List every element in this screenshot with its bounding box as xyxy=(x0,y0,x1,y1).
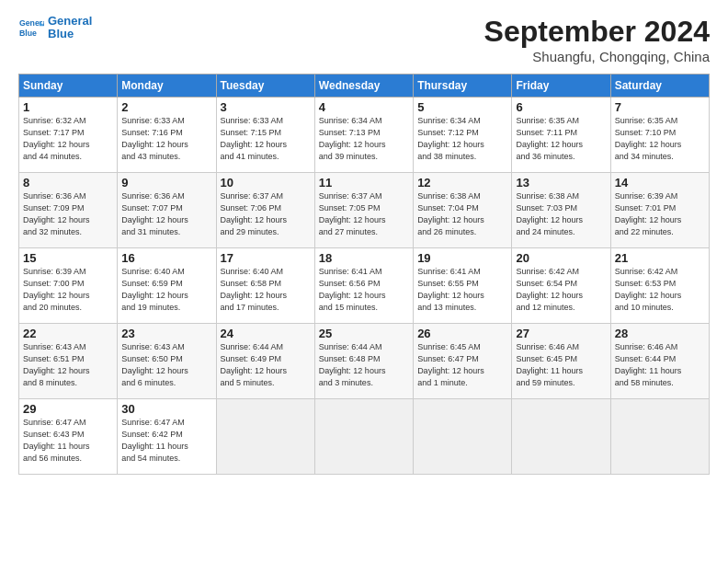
day-number: 30 xyxy=(121,402,211,416)
day-number: 8 xyxy=(23,176,113,190)
col-header-thursday: Thursday xyxy=(414,75,512,98)
day-number: 25 xyxy=(319,327,409,340)
day-number: 12 xyxy=(417,176,507,190)
day-info: Sunrise: 6:40 AM Sunset: 6:59 PM Dayligh… xyxy=(121,266,211,314)
day-info: Sunrise: 6:46 AM Sunset: 6:45 PM Dayligh… xyxy=(516,341,606,389)
calendar-cell: 5Sunrise: 6:34 AM Sunset: 7:12 PM Daylig… xyxy=(414,98,512,173)
header-row: SundayMondayTuesdayWednesdayThursdayFrid… xyxy=(19,75,710,98)
calendar-cell xyxy=(610,399,709,475)
day-info: Sunrise: 6:35 AM Sunset: 7:11 PM Dayligh… xyxy=(516,115,606,163)
day-info: Sunrise: 6:36 AM Sunset: 7:09 PM Dayligh… xyxy=(23,190,113,238)
day-info: Sunrise: 6:34 AM Sunset: 7:13 PM Dayligh… xyxy=(319,115,409,163)
day-number: 6 xyxy=(516,100,606,114)
header: General Blue General Blue September 2024… xyxy=(18,15,710,64)
day-number: 26 xyxy=(417,327,507,340)
week-row-1: 8Sunrise: 6:36 AM Sunset: 7:09 PM Daylig… xyxy=(19,173,710,248)
day-number: 5 xyxy=(417,100,507,114)
calendar-cell: 16Sunrise: 6:40 AM Sunset: 6:59 PM Dayli… xyxy=(118,248,216,324)
title-block: September 2024 Shuangfu, Chongqing, Chin… xyxy=(484,15,710,64)
location-subtitle: Shuangfu, Chongqing, China xyxy=(484,49,710,64)
month-title: September 2024 xyxy=(484,15,710,49)
day-number: 4 xyxy=(319,100,409,114)
day-number: 18 xyxy=(319,251,409,265)
calendar-cell: 25Sunrise: 6:44 AM Sunset: 6:48 PM Dayli… xyxy=(314,324,413,399)
day-number: 1 xyxy=(23,100,113,114)
col-header-saturday: Saturday xyxy=(610,75,709,98)
calendar-cell: 13Sunrise: 6:38 AM Sunset: 7:03 PM Dayli… xyxy=(512,173,610,248)
day-info: Sunrise: 6:42 AM Sunset: 6:54 PM Dayligh… xyxy=(516,266,606,314)
day-info: Sunrise: 6:43 AM Sunset: 6:50 PM Dayligh… xyxy=(121,341,211,389)
calendar-cell: 11Sunrise: 6:37 AM Sunset: 7:05 PM Dayli… xyxy=(314,173,413,248)
calendar-cell: 7Sunrise: 6:35 AM Sunset: 7:10 PM Daylig… xyxy=(610,98,709,173)
day-number: 11 xyxy=(319,176,409,190)
day-info: Sunrise: 6:32 AM Sunset: 7:17 PM Dayligh… xyxy=(23,115,113,163)
day-info: Sunrise: 6:35 AM Sunset: 7:10 PM Dayligh… xyxy=(615,115,705,163)
day-info: Sunrise: 6:37 AM Sunset: 7:06 PM Dayligh… xyxy=(221,190,311,238)
calendar-cell: 12Sunrise: 6:38 AM Sunset: 7:04 PM Dayli… xyxy=(414,173,512,248)
day-number: 10 xyxy=(221,176,311,190)
calendar-cell: 9Sunrise: 6:36 AM Sunset: 7:07 PM Daylig… xyxy=(118,173,216,248)
day-number: 14 xyxy=(615,176,705,190)
calendar-cell: 27Sunrise: 6:46 AM Sunset: 6:45 PM Dayli… xyxy=(512,324,610,399)
day-number: 21 xyxy=(615,251,705,265)
calendar-cell: 28Sunrise: 6:46 AM Sunset: 6:44 PM Dayli… xyxy=(610,324,709,399)
day-info: Sunrise: 6:39 AM Sunset: 7:00 PM Dayligh… xyxy=(23,266,113,314)
day-info: Sunrise: 6:33 AM Sunset: 7:16 PM Dayligh… xyxy=(121,115,211,163)
calendar-cell: 30Sunrise: 6:47 AM Sunset: 6:42 PM Dayli… xyxy=(118,399,216,475)
calendar-cell: 29Sunrise: 6:47 AM Sunset: 6:43 PM Dayli… xyxy=(19,399,118,475)
calendar-cell: 6Sunrise: 6:35 AM Sunset: 7:11 PM Daylig… xyxy=(512,98,610,173)
calendar-cell: 23Sunrise: 6:43 AM Sunset: 6:50 PM Dayli… xyxy=(118,324,216,399)
calendar-cell: 26Sunrise: 6:45 AM Sunset: 6:47 PM Dayli… xyxy=(414,324,512,399)
week-row-0: 1Sunrise: 6:32 AM Sunset: 7:17 PM Daylig… xyxy=(19,98,710,173)
calendar-cell: 24Sunrise: 6:44 AM Sunset: 6:49 PM Dayli… xyxy=(216,324,314,399)
day-number: 22 xyxy=(23,327,113,340)
col-header-monday: Monday xyxy=(118,75,216,98)
day-number: 16 xyxy=(121,251,211,265)
day-info: Sunrise: 6:47 AM Sunset: 6:42 PM Dayligh… xyxy=(121,417,211,465)
day-info: Sunrise: 6:33 AM Sunset: 7:15 PM Dayligh… xyxy=(221,115,311,163)
calendar-cell: 17Sunrise: 6:40 AM Sunset: 6:58 PM Dayli… xyxy=(216,248,314,324)
calendar-cell: 15Sunrise: 6:39 AM Sunset: 7:00 PM Dayli… xyxy=(19,248,118,324)
week-row-3: 22Sunrise: 6:43 AM Sunset: 6:51 PM Dayli… xyxy=(19,324,710,399)
day-number: 9 xyxy=(121,176,211,190)
col-header-sunday: Sunday xyxy=(19,75,118,98)
day-number: 29 xyxy=(23,402,113,416)
logo-text-blue: Blue xyxy=(48,28,92,40)
calendar-cell: 22Sunrise: 6:43 AM Sunset: 6:51 PM Dayli… xyxy=(19,324,118,399)
calendar-cell xyxy=(216,399,314,475)
logo-text-general: General xyxy=(48,15,92,28)
week-row-4: 29Sunrise: 6:47 AM Sunset: 6:43 PM Dayli… xyxy=(19,399,710,475)
calendar-cell: 2Sunrise: 6:33 AM Sunset: 7:16 PM Daylig… xyxy=(118,98,216,173)
day-number: 13 xyxy=(516,176,606,190)
day-info: Sunrise: 6:40 AM Sunset: 6:58 PM Dayligh… xyxy=(221,266,311,314)
day-info: Sunrise: 6:47 AM Sunset: 6:43 PM Dayligh… xyxy=(23,417,113,465)
day-info: Sunrise: 6:38 AM Sunset: 7:04 PM Dayligh… xyxy=(417,190,507,238)
day-info: Sunrise: 6:38 AM Sunset: 7:03 PM Dayligh… xyxy=(516,190,606,238)
day-info: Sunrise: 6:37 AM Sunset: 7:05 PM Dayligh… xyxy=(319,190,409,238)
day-info: Sunrise: 6:45 AM Sunset: 6:47 PM Dayligh… xyxy=(417,341,507,389)
day-info: Sunrise: 6:42 AM Sunset: 6:53 PM Dayligh… xyxy=(615,266,705,314)
calendar-cell: 4Sunrise: 6:34 AM Sunset: 7:13 PM Daylig… xyxy=(314,98,413,173)
calendar-cell: 10Sunrise: 6:37 AM Sunset: 7:06 PM Dayli… xyxy=(216,173,314,248)
calendar-cell xyxy=(414,399,512,475)
day-info: Sunrise: 6:44 AM Sunset: 6:48 PM Dayligh… xyxy=(319,341,409,389)
day-number: 7 xyxy=(615,100,705,114)
day-info: Sunrise: 6:41 AM Sunset: 6:56 PM Dayligh… xyxy=(319,266,409,314)
page-container: General Blue General Blue September 2024… xyxy=(0,0,728,484)
day-number: 19 xyxy=(417,251,507,265)
calendar-cell: 19Sunrise: 6:41 AM Sunset: 6:55 PM Dayli… xyxy=(414,248,512,324)
col-header-friday: Friday xyxy=(512,75,610,98)
calendar-cell: 20Sunrise: 6:42 AM Sunset: 6:54 PM Dayli… xyxy=(512,248,610,324)
calendar-cell xyxy=(512,399,610,475)
day-number: 23 xyxy=(121,327,211,340)
day-info: Sunrise: 6:43 AM Sunset: 6:51 PM Dayligh… xyxy=(23,341,113,389)
calendar-cell: 14Sunrise: 6:39 AM Sunset: 7:01 PM Dayli… xyxy=(610,173,709,248)
day-info: Sunrise: 6:36 AM Sunset: 7:07 PM Dayligh… xyxy=(121,190,211,238)
day-info: Sunrise: 6:34 AM Sunset: 7:12 PM Dayligh… xyxy=(417,115,507,163)
week-row-2: 15Sunrise: 6:39 AM Sunset: 7:00 PM Dayli… xyxy=(19,248,710,324)
day-info: Sunrise: 6:44 AM Sunset: 6:49 PM Dayligh… xyxy=(221,341,311,389)
calendar-cell: 21Sunrise: 6:42 AM Sunset: 6:53 PM Dayli… xyxy=(610,248,709,324)
day-number: 27 xyxy=(516,327,606,340)
day-info: Sunrise: 6:46 AM Sunset: 6:44 PM Dayligh… xyxy=(615,341,705,389)
calendar-cell xyxy=(314,399,413,475)
